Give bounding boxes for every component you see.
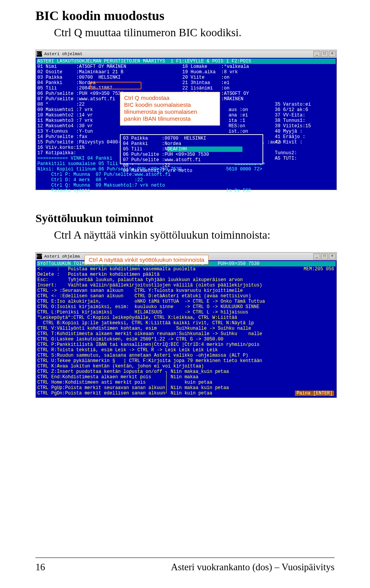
terminal-line: ita :1 [229,118,281,123]
help-line: CTRL R:Toista tekstiä, esim Leik -> CTRL… [37,347,335,353]
help-line: CTRL S:Ruudun sammutus, salasana annetaa… [37,353,335,358]
terminal-line: Palauta syöttö la 2x ESC [37,188,265,194]
help-line: CTRL V:Välilyönti kohdistimen kohtaan, e… [37,326,335,331]
help-line: CTRL U:Tekee pykälänmerkin § | CTRL F:Ki… [37,358,335,364]
terminal-line: 22 lisänimi :on [182,86,249,91]
help-line: CTRL PgDn:Poista merkit edellisen sanan … [37,391,335,396]
terminal-window-1: C:\ Asteri ohjelmat _ □ × ASTERI LASKUTU… [35,50,337,190]
maximize-button[interactable]: □ [321,253,328,259]
terminal-line: Tunnus2: [275,150,297,156]
terminal-window-2: C:\ Asteri ohjelma _ □ × Ctrl A näyttää … [35,252,337,398]
app-icon: C:\ [37,51,42,57]
heading-syottoluukun: Syöttöluukun toiminnot [35,212,335,225]
help-line: CTRL K:Avaa lukitun kentän (kentän, joho… [37,364,335,369]
callout-line: tilinumerosta ja suomalaisen [124,108,216,115]
app-icon: C:\ [37,254,42,259]
terminal-line: AS TUTI: [275,156,297,161]
terminal-line: 36 6/12 ak:6 [275,107,311,113]
help-line: CTRL T:Kohdistimesta alkaen merkit oikea… [37,331,335,337]
body-bic: Ctrl Q muuttaa tilinumeron BIC koodiksi. [54,26,335,39]
page-footer: 16 Asteri vuokrankanto (dos) – Vuosipäiv… [35,558,335,573]
close-button[interactable]: × [329,253,336,259]
help-line: CTRL O:Isoiksi kirjaimiksi, esim: kuuluu… [37,304,335,310]
inset-line: 07 Puh/selite :www.atsoft.fi [123,157,260,163]
terminal-line: 35 Varasto:ei [275,102,311,107]
mem-indicator: MEM:205 056 [304,266,334,272]
inset-line: 06 Puh/selite :PUH <09>350 7530 [123,152,260,157]
terminal-content-1: ASTERI LASKUTUSOHJELMAN PERUSTIETOJEN MÄ… [36,58,336,190]
help-line: CTRL G:Laskee laskutoimituksen, esim 250… [37,337,335,342]
callout-ctrl-a: Ctrl A näyttää vinkit syöttöluukun toimi… [84,255,209,265]
press-enter-prompt[interactable]: Paina [ENTER] [295,391,334,396]
help-line: CTRL P:Pankkitilistä IBAN tai kansalline… [37,342,335,347]
inset-line: 05 Tili :NDEAFIHH [123,147,260,152]
help-line: CTRL B:Kopioi lp:lle jatkeeksi, CTRL K:L… [37,320,335,326]
help-line: Esc: Tyhjentää luukun, palauttaa tyhjään… [37,277,335,283]
help-line: <- : Poistaa merkin kohdistimen vasemmal… [37,266,335,272]
terminal-line: 19 Huom.aika :8 vrk [182,69,249,75]
callout-ctrl-q: Ctrl Q muodostaa BIC koodin suomalaisest… [120,92,220,126]
help-line: CTRL Z:Insert puodottaa kentän lopusta o… [37,369,335,374]
minimize-button[interactable]: _ [313,253,320,259]
terminal-line: 20 Viite :on [182,75,249,80]
close-button[interactable]: × [329,51,336,57]
terminal-line: Ctrl D: 4 merk 08 * :22 [37,177,265,183]
inset-line: 04 Pankki :Nordea [123,141,260,147]
help-line: "Leikepöytä":CTRL C:Kopioi leikepöydälle… [37,315,335,320]
terminal-line: 40 Myyjä : [275,129,311,134]
terminal-line: ist.:on [229,129,281,134]
help-line: CTRL PgUp:Poista merkit seuraavan sanan … [37,385,335,391]
terminal-line: aus :on [229,107,281,113]
terminal-line: 42 Rivit : [275,140,311,145]
terminal-line: 18 Lomake :*valkeala [182,64,249,69]
callout-line: pankin IBAN tilinumerosta [124,115,216,122]
window-title: Asteri ohjelma [44,254,80,259]
help-line: CTRL -> :Seuraavan sanan alkuun CTRL Y:T… [37,288,335,293]
callout-line: BIC koodin suomalaisesta [124,101,216,108]
inset-after-ctrlq: 03 Paikka :00700 HELSINKI04 Pankki :Nord… [120,134,263,164]
window-title: Asteri ohjelmat [44,52,82,56]
help-line: Insert: Vaihtaa väliin/päällekirjoitusti… [37,283,335,288]
inset-line: 09 Maksuehto1:7 vrk netto [123,168,260,174]
terminal-line: 39 Viitels:15 [275,123,311,129]
minimize-button[interactable]: _ [313,51,320,57]
header-row: ASTERI LASKUTUSOHJELMAN PERUSTIETOJEN MÄ… [37,59,336,64]
terminal-line: RES:on [229,123,281,129]
terminal-line: 38 Tunnus1: [275,118,311,123]
help-line: Delete : Poistaa merkin kohdistimen pääl… [37,272,335,277]
tili-value-highlight: DEAFIHH [167,147,242,152]
heading-bic: BIC koodin muodostus [35,8,335,23]
help-line: CTRL End:Kohdistimesta alkaen merkit poi… [37,374,335,380]
terminal-content-2: SYöTTöLUUKUN TOIMINNOT |<c> Atsoft Oy Mä… [36,260,336,398]
terminal-line: 21 3hintaa :ei [182,80,249,86]
inset-line: 08 * :22 [123,163,260,168]
maximize-button[interactable]: □ [321,51,328,57]
footer-text: Asteri vuokrankanto (dos) – Vuosipäivity… [171,562,335,573]
body-syottoluukun: Ctrl A näyttää vinkin syöttöluukun toimi… [54,229,335,241]
terminal-line: 41 Erääjo : [275,134,311,140]
inset-line: 03 Paikka :00700 HELSINKI [123,136,260,141]
help-line: CTRL L:Pieniksi kirjaimiksi HILJAISUUS -… [37,310,335,315]
highlight-box-tili [90,82,141,89]
terminal-line: 37 VV-Eita: [275,113,311,118]
titlebar: C:\ Asteri ohjelmat _ □ × [36,50,336,58]
page-number: 16 [35,562,45,573]
terminal-line: ana :ei [229,113,281,118]
help-line: CTRL <- :Edellisen sanan alkuun CTRL D:e… [37,293,335,299]
callout-line: Ctrl Q muodostaa [124,94,216,101]
help-line: CTRL E:Iso alkukirjain, oNKO täMä tUTTUA… [37,299,335,304]
page: BIC koodin muodostus Ctrl Q muuttaa tili… [0,0,370,588]
help-line: CTRL Home:Kohdistimeen asti merkit pois … [37,380,335,385]
terminal-line: Ctrl Q: Muunna 09 Maksuehto1:7 vrk netto [37,183,265,188]
